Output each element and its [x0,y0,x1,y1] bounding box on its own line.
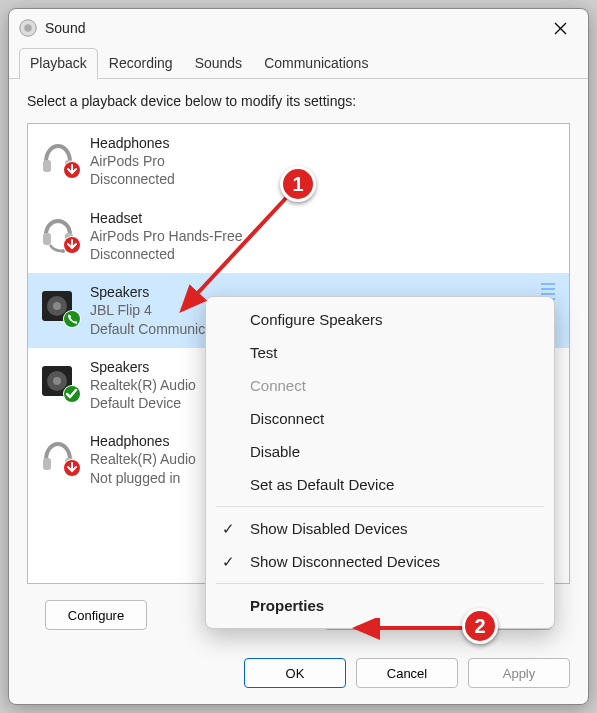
device-text: HeadsetAirPods Pro Hands-FreeDisconnecte… [90,209,559,264]
close-button[interactable] [538,13,582,43]
device-sub2: Disconnected [90,170,559,188]
tab-communications[interactable]: Communications [253,48,379,79]
device-text: HeadphonesAirPods ProDisconnected [90,134,559,189]
device-sub1: AirPods Pro [90,152,559,170]
annotation-badge-2: 2 [462,608,498,644]
menu-item-show-disabled-devices[interactable]: Show Disabled Devices [206,512,554,545]
tab-sounds[interactable]: Sounds [184,48,253,79]
menu-separator [216,583,544,584]
cancel-button[interactable]: Cancel [356,658,458,688]
menu-item-connect: Connect [206,369,554,402]
device-name: Headphones [90,134,559,152]
menu-item-set-as-default-device[interactable]: Set as Default Device [206,468,554,501]
tab-playback[interactable]: Playback [19,48,98,79]
speaker-dark-icon [36,358,80,402]
ok-button[interactable]: OK [244,658,346,688]
annotation-badge-1: 1 [280,166,316,202]
tab-recording[interactable]: Recording [98,48,184,79]
menu-item-disconnect[interactable]: Disconnect [206,402,554,435]
headphones-icon [36,432,80,476]
device-name: Headset [90,209,559,227]
menu-item-disable[interactable]: Disable [206,435,554,468]
configure-button[interactable]: Configure [45,600,147,630]
tab-strip: Playback Recording Sounds Communications [9,47,588,79]
context-menu: Configure SpeakersTestConnectDisconnectD… [205,296,555,629]
svg-point-17 [64,311,80,327]
sound-icon [19,19,37,37]
window-title: Sound [45,20,538,36]
menu-item-show-disconnected-devices[interactable]: Show Disconnected Devices [206,545,554,578]
apply-button[interactable]: Apply [468,658,570,688]
svg-rect-23 [43,458,51,470]
menu-item-test[interactable]: Test [206,336,554,369]
svg-point-15 [53,302,61,310]
headset-icon [36,209,80,253]
menu-item-properties[interactable]: Properties [206,589,554,622]
dialog-buttons: OK Cancel Apply [9,644,588,704]
headphones-icon [36,134,80,178]
speaker-dark-icon [36,283,80,327]
instruction-text: Select a playback device below to modify… [27,93,570,109]
svg-point-20 [53,377,61,385]
svg-point-1 [24,24,32,32]
svg-rect-8 [43,233,51,245]
device-sub2: Disconnected [90,245,559,263]
device-row[interactable]: HeadsetAirPods Pro Hands-FreeDisconnecte… [28,199,569,274]
menu-item-configure-speakers[interactable]: Configure Speakers [206,303,554,336]
menu-separator [216,506,544,507]
titlebar: Sound [9,9,588,47]
device-sub1: AirPods Pro Hands-Free [90,227,559,245]
svg-rect-4 [43,160,51,172]
